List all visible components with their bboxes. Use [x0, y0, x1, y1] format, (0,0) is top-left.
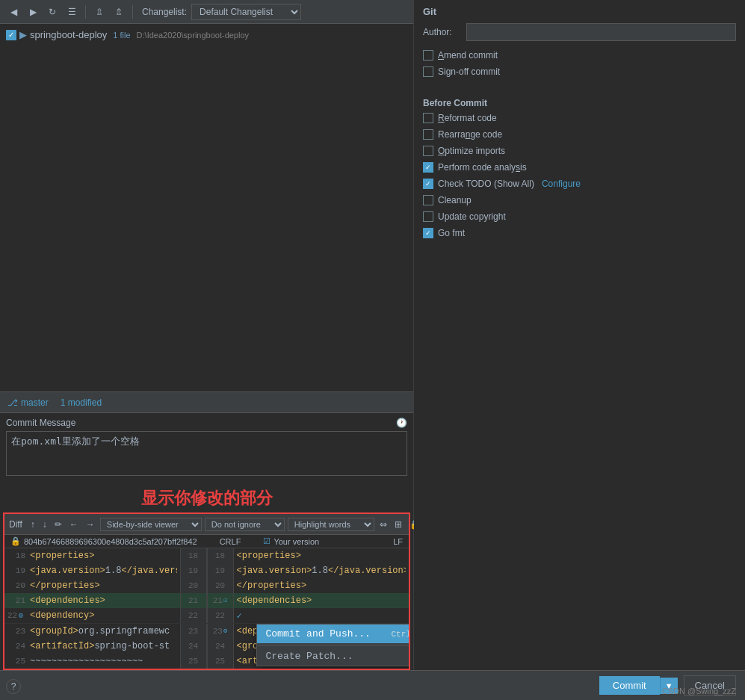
down-icon[interactable]: ↓: [40, 518, 49, 530]
diff-line: <java.version>1.8</java.version>: [234, 563, 409, 578]
copyright-row: Update copyright: [423, 211, 736, 222]
diff-file-bar: 🔒 804b67466889696300e4808d3c5af207bff2f8…: [4, 535, 409, 548]
diff-gutter-right: 18 19 20 21 ☑ 22: [207, 548, 234, 623]
diff-line: <properties>: [234, 548, 409, 563]
toolbar: ◀ ▶ ↻ ☰ ⇫ ⇬ Changelist: Default Changeli…: [0, 0, 413, 24]
sep2: [132, 5, 133, 19]
reformat-checkbox[interactable]: [423, 113, 433, 123]
diff-line: 23 <groupId>org.springframewc: [4, 624, 180, 639]
gofmt-row: ✓ Go fmt: [423, 228, 736, 238]
status-bar: ⎇ master 1 modified: [0, 391, 413, 412]
diff-line: 25 ~~~~~~~~~~~~~~~~~~~~~: [4, 654, 180, 669]
lock-icon2: 🔒: [10, 536, 21, 546]
diff-line: 24 <artifactId>spring-boot-st: [4, 639, 180, 654]
rearrange-label: Rearrange code: [438, 129, 502, 140]
forward-icon[interactable]: ▶: [25, 4, 40, 19]
rearrange-row: Rearrange code: [423, 129, 736, 140]
diff-line: 20 </properties>: [4, 578, 180, 593]
left-panel: ◀ ▶ ↻ ☰ ⇫ ⇬ Changelist: Default Changeli…: [0, 0, 414, 700]
edit-icon[interactable]: ✏: [52, 518, 64, 530]
diff-line: </properties>: [234, 578, 409, 593]
diff-label: Diff: [9, 519, 22, 530]
file-count: 1 file: [113, 31, 130, 40]
configure-link[interactable]: Configure: [542, 179, 581, 189]
viewer-dropdown[interactable]: Side-by-side viewer: [100, 518, 202, 531]
commit-message-input[interactable]: 在pom.xml里添加了一个空格: [6, 431, 407, 476]
diff-right-lower: <dependency> <gro <arti Commit and Push.…: [234, 624, 409, 669]
help-icon[interactable]: ?: [6, 679, 21, 694]
diff-line-modified: <dependencies>: [234, 593, 409, 608]
history-icon[interactable]: 🕐: [396, 418, 407, 428]
diff-line-modified: 21 <dependencies>: [4, 593, 180, 608]
diff-left-panel: 18 <properties> 19 <java.version>1.8</ja…: [4, 548, 180, 623]
commit-button[interactable]: Commit: [599, 676, 660, 695]
optimize-checkbox[interactable]: [423, 146, 433, 156]
csdn-watermark: CSDN @Swing_zzZ: [662, 687, 736, 696]
diff-left-lower: 23 <groupId>org.springframewc 24 <artifa…: [4, 624, 180, 669]
diff-content: 18 <properties> 19 <java.version>1.8</ja…: [4, 548, 409, 623]
gofmt-checkbox[interactable]: ✓: [423, 228, 433, 238]
commit-message-header: Commit Message 🕐: [6, 418, 407, 428]
cleanup-row: Cleanup: [423, 195, 736, 205]
check-mark: ☑: [263, 536, 271, 546]
branch-name: master: [21, 397, 49, 408]
diff-line: ✓: [234, 608, 409, 623]
up-icon[interactable]: ↑: [28, 518, 37, 530]
commit-push-item[interactable]: Commit and Push... Ctrl+Alt+K: [257, 625, 409, 643]
project-name: springboot-deploy: [30, 29, 107, 40]
diff-gutter-right-lower: 23 ⚙ 24 25: [207, 624, 234, 669]
rearrange-checkbox[interactable]: [423, 129, 433, 140]
author-input[interactable]: [466, 23, 736, 41]
prev-diff-icon[interactable]: ←: [67, 518, 81, 530]
modified-info: 1 modified: [61, 397, 102, 408]
highlight-dropdown[interactable]: Highlight words: [288, 518, 374, 531]
author-label: Author:: [423, 27, 460, 37]
branch-info: ⎇ master: [7, 397, 49, 408]
amend-commit-label: Amend commit: [438, 50, 498, 61]
diff-gutter-lower: 23 24 25: [180, 624, 207, 669]
sign-off-row: Sign-off commit: [423, 66, 736, 77]
main-layout: ◀ ▶ ↻ ☰ ⇫ ⇬ Changelist: Default Changeli…: [0, 0, 745, 700]
todo-label: Check TODO (Show All): [438, 179, 534, 189]
commit-push-label: Commit and Push...: [266, 628, 371, 639]
settings-icon[interactable]: ☰: [64, 4, 79, 19]
author-row: Author:: [423, 23, 736, 41]
copyright-checkbox[interactable]: [423, 211, 433, 222]
ignore-dropdown[interactable]: Do not ignore: [205, 518, 285, 531]
changelist-dropdown[interactable]: Default Changelist: [191, 4, 301, 20]
refresh-icon[interactable]: ↻: [45, 4, 60, 19]
gofmt-label: Go fmt: [438, 228, 465, 238]
next-diff-icon[interactable]: →: [84, 518, 97, 530]
changelist-label: Changelist:: [142, 7, 187, 17]
copyright-label: Update copyright: [438, 211, 506, 222]
your-version: Your version: [273, 537, 319, 546]
git-title: Git: [423, 6, 736, 17]
amend-commit-checkbox[interactable]: [423, 50, 433, 61]
diff-content-lower: 23 <groupId>org.springframewc 24 <artifa…: [4, 623, 409, 669]
analyze-checkbox[interactable]: ✓: [423, 162, 433, 173]
project-checkbox[interactable]: ✓: [6, 30, 16, 40]
branch-icon: ⎇: [7, 397, 18, 408]
project-item[interactable]: ✓ ▶ springboot-deploy 1 file D:\Idea2020…: [0, 27, 413, 43]
todo-checkbox[interactable]: ✓: [423, 179, 433, 189]
collapse-icon[interactable]: ⇔: [377, 518, 389, 530]
diff-line: 19 <java.version>1.8</java.versic: [4, 563, 180, 578]
grid-icon[interactable]: ⊞: [392, 518, 404, 530]
move-up-icon[interactable]: ⇫: [92, 4, 107, 19]
create-patch-item[interactable]: Create Patch...: [257, 647, 409, 666]
create-patch-label: Create Patch...: [266, 651, 353, 662]
diff-line: 22⚙ <dependency>: [4, 608, 180, 623]
before-commit-title: Before Commit: [423, 98, 736, 108]
cleanup-checkbox[interactable]: [423, 195, 433, 205]
bottom-actions: Commit ▼ Cancel: [0, 670, 745, 700]
analyze-row: ✓ Perform code analysis: [423, 162, 736, 173]
move-down-icon[interactable]: ⇬: [111, 4, 126, 19]
back-icon[interactable]: ◀: [6, 4, 21, 19]
reformat-label: Reformat code: [438, 113, 497, 123]
reformat-row: Reformat code: [423, 113, 736, 123]
diff-gutter: 18 19 20 21 22: [180, 548, 207, 623]
cleanup-label: Cleanup: [438, 195, 472, 205]
sign-off-checkbox[interactable]: [423, 66, 433, 77]
diff-right-panel: <properties> <java.version>1.8</java.ver…: [234, 548, 409, 623]
diff-line: 18 <properties>: [4, 548, 180, 563]
